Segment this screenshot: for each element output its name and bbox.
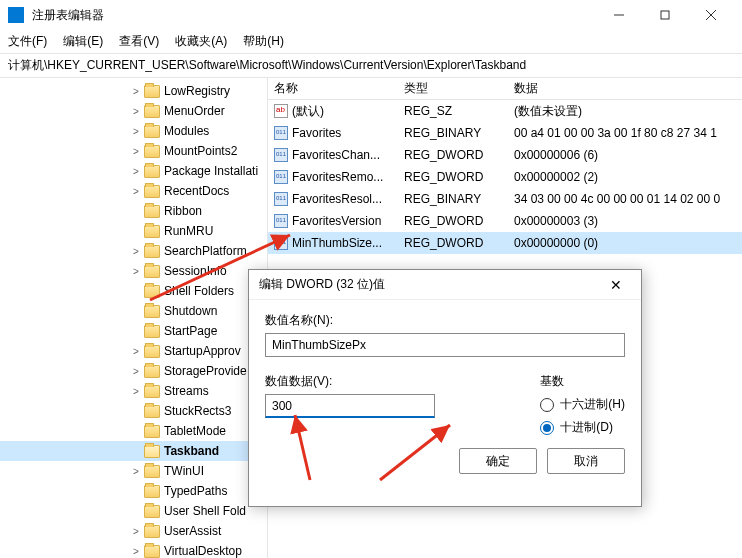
tree-item-storageprovide[interactable]: >StorageProvide (0, 361, 267, 381)
binary-icon (274, 170, 288, 184)
value-type: REG_BINARY (398, 126, 508, 140)
tree-item-typedpaths[interactable]: TypedPaths (0, 481, 267, 501)
tree-item-lowregistry[interactable]: >LowRegistry (0, 81, 267, 101)
tree-label: Taskband (164, 444, 219, 458)
chevron-icon: > (130, 106, 142, 117)
list-row[interactable]: FavoritesREG_BINARY00 a4 01 00 00 3a 00 … (268, 122, 742, 144)
ok-button[interactable]: 确定 (459, 448, 537, 474)
folder-icon (144, 245, 160, 258)
tree-item-stuckrects3[interactable]: StuckRects3 (0, 401, 267, 421)
folder-icon (144, 465, 160, 478)
tree-item-recentdocs[interactable]: >RecentDocs (0, 181, 267, 201)
value-name: FavoritesResol... (292, 192, 382, 206)
tree-label: Shell Folders (164, 284, 234, 298)
maximize-button[interactable] (642, 0, 688, 30)
value-data: 0x00000003 (3) (508, 214, 742, 228)
tree-label: Streams (164, 384, 209, 398)
folder-icon (144, 545, 160, 558)
list-row[interactable]: MinThumbSize...REG_DWORD0x00000000 (0) (268, 232, 742, 254)
tree-item-modules[interactable]: >Modules (0, 121, 267, 141)
minimize-button[interactable] (596, 0, 642, 30)
tree-label: LowRegistry (164, 84, 230, 98)
tree-label: MenuOrder (164, 104, 225, 118)
tree-item-searchplatform[interactable]: >SearchPlatform (0, 241, 267, 261)
list-row[interactable]: FavoritesRemo...REG_DWORD0x00000002 (2) (268, 166, 742, 188)
folder-icon (144, 525, 160, 538)
tree-item-tabletmode[interactable]: TabletMode (0, 421, 267, 441)
dialog-close-button[interactable]: ✕ (601, 277, 631, 293)
menu-file[interactable]: 文件(F) (8, 33, 47, 50)
binary-icon (274, 126, 288, 140)
radio-hex-label: 十六进制(H) (560, 396, 625, 413)
list-row[interactable]: FavoritesVersionREG_DWORD0x00000003 (3) (268, 210, 742, 232)
tree-item-startupapprov[interactable]: >StartupApprov (0, 341, 267, 361)
binary-icon (274, 214, 288, 228)
tree-label: StorageProvide (164, 364, 247, 378)
tree-item-virtualdesktop[interactable]: >VirtualDesktop (0, 541, 267, 558)
tree-item-shutdown[interactable]: Shutdown (0, 301, 267, 321)
tree-item-userassist[interactable]: >UserAssist (0, 521, 267, 541)
binary-icon (274, 236, 288, 250)
list-row[interactable]: (默认)REG_SZ(数值未设置) (268, 100, 742, 122)
menu-edit[interactable]: 编辑(E) (63, 33, 103, 50)
tree-label: Modules (164, 124, 209, 138)
tree-item-streams[interactable]: >Streams (0, 381, 267, 401)
col-type[interactable]: 类型 (398, 80, 508, 97)
list-header: 名称 类型 数据 (268, 78, 742, 100)
tree-item-startpage[interactable]: StartPage (0, 321, 267, 341)
tree-item-taskband[interactable]: Taskband (0, 441, 267, 461)
tree-item-user-shell-fold[interactable]: User Shell Fold (0, 501, 267, 521)
tree-item-ribbon[interactable]: Ribbon (0, 201, 267, 221)
folder-icon (144, 205, 160, 218)
tree-item-mountpoints2[interactable]: >MountPoints2 (0, 141, 267, 161)
cancel-button[interactable]: 取消 (547, 448, 625, 474)
list-row[interactable]: FavoritesResol...REG_BINARY34 03 00 00 4… (268, 188, 742, 210)
tree-label: Shutdown (164, 304, 217, 318)
tree-label: StartupApprov (164, 344, 241, 358)
value-type: REG_DWORD (398, 236, 508, 250)
value-name: FavoritesVersion (292, 214, 381, 228)
folder-icon (144, 345, 160, 358)
value-data: (数值未设置) (508, 103, 742, 120)
name-input[interactable] (265, 333, 625, 357)
folder-icon (144, 485, 160, 498)
tree-item-runmru[interactable]: RunMRU (0, 221, 267, 241)
data-input[interactable] (265, 394, 435, 418)
tree-item-twinui[interactable]: >TWinUI (0, 461, 267, 481)
folder-icon (144, 325, 160, 338)
tree-label: MountPoints2 (164, 144, 237, 158)
list-row[interactable]: FavoritesChan...REG_DWORD0x00000006 (6) (268, 144, 742, 166)
folder-icon (144, 385, 160, 398)
radio-hex[interactable]: 十六进制(H) (540, 396, 625, 413)
tree-panel[interactable]: >LowRegistry>MenuOrder>Modules>MountPoin… (0, 78, 268, 558)
col-name[interactable]: 名称 (268, 80, 398, 97)
tree-item-menuorder[interactable]: >MenuOrder (0, 101, 267, 121)
folder-icon (144, 405, 160, 418)
tree-item-sessioninfo[interactable]: >SessionInfo (0, 261, 267, 281)
value-type: REG_DWORD (398, 148, 508, 162)
value-type: REG_DWORD (398, 170, 508, 184)
chevron-icon: > (130, 186, 142, 197)
radio-dec[interactable]: 十进制(D) (540, 419, 625, 436)
tree-label: TWinUI (164, 464, 204, 478)
menu-view[interactable]: 查看(V) (119, 33, 159, 50)
address-bar[interactable]: 计算机\HKEY_CURRENT_USER\Software\Microsoft… (0, 54, 742, 78)
tree-item-package-installati[interactable]: >Package Installati (0, 161, 267, 181)
tree-item-shell-folders[interactable]: Shell Folders (0, 281, 267, 301)
tree-label: SearchPlatform (164, 244, 247, 258)
value-name: FavoritesChan... (292, 148, 380, 162)
value-data: 00 a4 01 00 00 3a 00 1f 80 c8 27 34 1 (508, 126, 742, 140)
folder-icon (144, 85, 160, 98)
chevron-icon: > (130, 126, 142, 137)
close-button[interactable] (688, 0, 734, 30)
col-data[interactable]: 数据 (508, 80, 742, 97)
chevron-icon: > (130, 386, 142, 397)
chevron-icon: > (130, 146, 142, 157)
menu-favorites[interactable]: 收藏夹(A) (175, 33, 227, 50)
folder-icon (144, 445, 160, 458)
tree-label: TabletMode (164, 424, 226, 438)
menu-help[interactable]: 帮助(H) (243, 33, 284, 50)
tree-label: UserAssist (164, 524, 221, 538)
folder-icon (144, 425, 160, 438)
window-title: 注册表编辑器 (32, 7, 596, 24)
